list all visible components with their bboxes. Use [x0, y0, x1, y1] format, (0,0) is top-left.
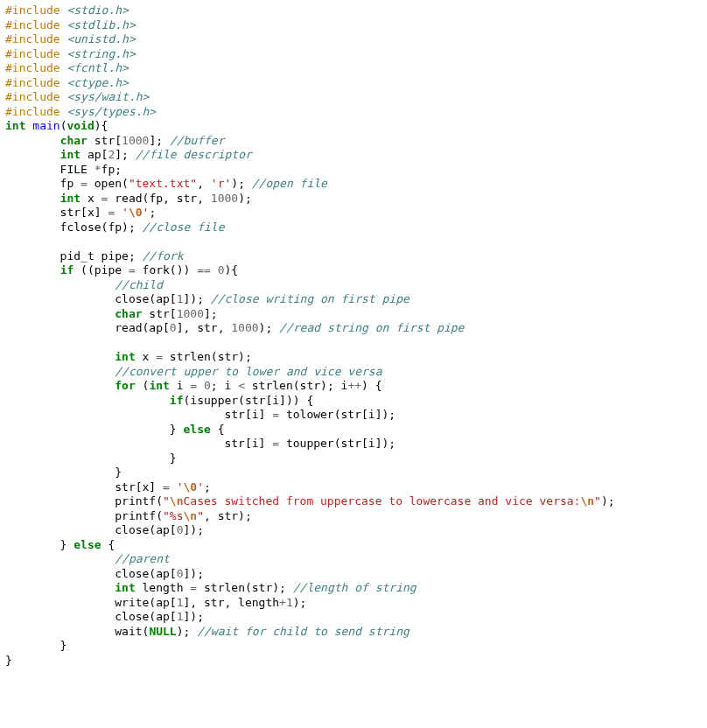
code-token: read(fp, str,	[108, 192, 210, 205]
code-line: #include <stdlib.h>	[5, 18, 136, 32]
code-token: tolower(str[i]);	[279, 408, 396, 421]
code-token: ,	[197, 177, 211, 190]
code-token: FILE	[5, 163, 94, 176]
code-token: str[	[88, 134, 122, 147]
code-token: read(ap[	[5, 321, 170, 334]
code-token: #include	[5, 61, 66, 74]
code-token: ]);	[184, 567, 204, 580]
code-token	[5, 581, 115, 594]
code-token	[5, 192, 60, 205]
code-line: //child	[5, 278, 163, 291]
code-token: //convert upper to lower and vice versa	[115, 365, 382, 378]
code-token: wait(	[5, 625, 149, 638]
code-token: x	[80, 192, 101, 205]
code-token: \n	[170, 494, 184, 508]
code-line: char str[1000]; //buffer	[5, 134, 225, 147]
code-line: }	[5, 466, 122, 479]
code-line: } else {	[5, 538, 115, 551]
code-token: close(ap[	[5, 610, 177, 623]
code-token: );	[238, 192, 252, 205]
code-token: =	[190, 379, 197, 392]
code-token	[5, 379, 115, 392]
code-token: fp	[5, 177, 80, 190]
code-token: 1000	[177, 307, 204, 320]
code-token: NULL	[149, 625, 176, 638]
code-token: 0	[177, 523, 184, 536]
code-token: '	[122, 206, 129, 219]
code-token: =	[272, 437, 279, 450]
code-token: #include	[5, 4, 66, 17]
code-line: #include <fcntl.h>	[5, 61, 129, 74]
code-token: *	[94, 163, 102, 176]
code-line: str[i] = toupper(str[i]);	[5, 437, 396, 450]
code-line: int x = read(fp, str, 1000);	[5, 192, 252, 205]
code-token: //wait for child to send string	[197, 625, 410, 638]
code-line: #include <stdio.h>	[5, 4, 129, 17]
code-token	[197, 379, 204, 392]
code-token: =	[190, 581, 197, 594]
code-line: #include <unistd.h>	[5, 32, 136, 46]
code-token: 1000	[211, 192, 238, 205]
code-token: ]);	[184, 523, 204, 536]
code-token: //close writing on first pipe	[211, 292, 410, 305]
code-token: x	[136, 350, 156, 363]
code-token: "	[594, 494, 601, 508]
code-token: 0	[177, 567, 184, 580]
code-token	[5, 134, 60, 147]
code-token: fp;	[102, 163, 122, 176]
code-token: <fcntl.h>	[66, 61, 128, 74]
code-token: 1000	[122, 134, 149, 147]
code-token: //child	[115, 278, 163, 291]
code-token: ], str, length	[184, 596, 280, 609]
code-token: //open file	[252, 177, 327, 190]
code-line: int main(void){	[5, 119, 108, 132]
code-token: }	[5, 452, 177, 465]
code-token	[211, 263, 218, 276]
code-line: printf("%s\n", str);	[5, 509, 252, 522]
code-token: "%s	[163, 509, 183, 522]
code-token	[5, 350, 115, 363]
code-token: ==	[197, 263, 211, 276]
code-line: close(ap[1]); //close writing on first p…	[5, 292, 410, 305]
code-token: int	[115, 350, 135, 363]
code-token: <sys/wait.h>	[66, 90, 149, 103]
code-token: #include	[5, 90, 66, 103]
code-line: close(ap[1]);	[5, 610, 204, 623]
code-token: Cases switched from uppercase to lowerca…	[184, 494, 581, 508]
code-token: ){	[94, 119, 108, 132]
code-token: //length of string	[293, 581, 416, 594]
code-line: str[x] = '\0';	[5, 480, 211, 494]
code-line: wait(NULL); //wait for child to send str…	[5, 625, 410, 638]
code-token: {	[102, 538, 116, 551]
code-token: <stdlib.h>	[66, 18, 135, 32]
code-line: #include <string.h>	[5, 47, 136, 60]
code-line: int ap[2]; //file descriptor	[5, 148, 252, 161]
code-token: int	[149, 379, 169, 392]
code-token: 1	[177, 610, 184, 623]
code-token: ; i	[211, 379, 238, 392]
code-token: #include	[5, 47, 66, 60]
code-token: {	[211, 423, 225, 436]
code-token: \n	[580, 494, 594, 508]
code-token: write(ap[	[5, 596, 177, 609]
code-token: #include	[5, 18, 66, 32]
code-token	[170, 480, 177, 494]
code-token: );	[231, 177, 251, 190]
code-token: "text.txt"	[129, 177, 197, 190]
code-token: 0	[218, 263, 225, 276]
code-token: #include	[5, 76, 66, 89]
code-token: for	[115, 379, 135, 392]
code-token: <string.h>	[66, 47, 135, 60]
code-token: int	[115, 581, 135, 594]
code-token: =	[163, 480, 170, 494]
code-line: int length = strlen(str); //length of st…	[5, 581, 416, 594]
code-token: ];	[149, 134, 169, 147]
source-code-block: #include <stdio.h> #include <stdlib.h> #…	[0, 0, 707, 671]
code-token: (isupper(str[i])) {	[184, 394, 314, 407]
code-line: //convert upper to lower and vice versa	[5, 365, 382, 378]
code-line: str[x] = '\0';	[5, 206, 156, 219]
code-token: ], str,	[177, 321, 232, 334]
code-token: <	[238, 379, 245, 392]
code-token	[5, 394, 170, 407]
code-token: }	[5, 639, 66, 652]
